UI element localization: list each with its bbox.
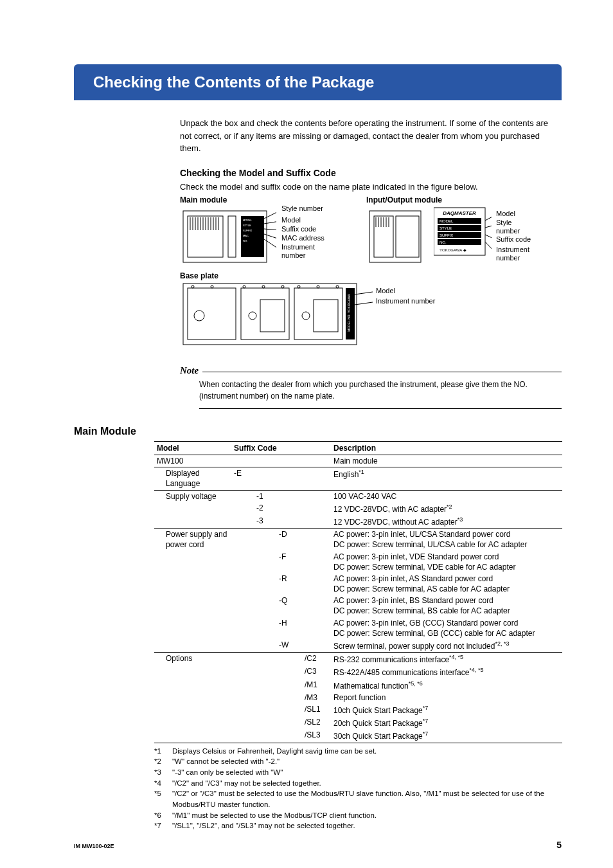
- cell: -R: [276, 573, 302, 595]
- cell: -Q: [276, 595, 302, 617]
- svg-rect-34: [396, 216, 419, 257]
- cell: /SL2: [302, 716, 331, 729]
- page-title: Checking the Contents of the Package: [74, 64, 562, 100]
- cell: 12 VDC-28VDC, without AC adapter*3: [331, 515, 562, 529]
- cell: 12 VDC-28VDC, with AC adapter*2: [331, 502, 562, 515]
- cell: /C3: [302, 665, 331, 678]
- fn-num: *1: [154, 746, 172, 757]
- cell: AC power: 3-pin inlet, VDE Standard powe…: [331, 551, 562, 573]
- cell: /SL1: [302, 703, 331, 716]
- doc-id: IM MW100-02E: [74, 843, 114, 849]
- fn-num: *2: [154, 756, 172, 767]
- svg-line-69: [355, 292, 373, 294]
- cell: 10ch Quick Start Package*7: [331, 703, 562, 716]
- cell: -H: [276, 617, 302, 639]
- cell: -2: [254, 502, 276, 515]
- svg-point-54: [249, 312, 256, 320]
- svg-line-46: [485, 215, 492, 221]
- cell: AC power: 3-pin inlet, BS Standard power…: [331, 595, 562, 617]
- io-nameplate-icon: DAQMASTER MODEL STYLE SUFFIX NO. YOKOGAW…: [434, 204, 492, 260]
- cell: -1: [254, 490, 276, 502]
- cell: /SL3: [302, 729, 331, 743]
- callout-mac: MAC address: [281, 234, 324, 242]
- th-model: Model: [154, 442, 231, 455]
- main-module-label: Main module: [180, 195, 227, 204]
- svg-text:MODEL  NO.  YOKOGAWA: MODEL NO. YOKOGAWA: [347, 294, 351, 332]
- cell: /M3: [302, 692, 331, 703]
- cell: 20ch Quick Start Package*7: [331, 716, 562, 729]
- svg-line-49: [485, 242, 492, 252]
- cell: /C2: [302, 653, 331, 666]
- nameplate-figure: Main module Input/Output module MODEL ST…: [180, 195, 562, 356]
- svg-text:STYLE: STYLE: [243, 224, 251, 227]
- svg-rect-26: [369, 211, 421, 262]
- cell: AC power: 3-pin inlet, AS Standard power…: [331, 573, 562, 595]
- fn-num: *6: [154, 810, 172, 821]
- svg-line-70: [355, 302, 373, 305]
- cell: AC power: 3-pin inlet, GB (CCC) Standard…: [331, 617, 562, 639]
- cell: Supply voltage: [154, 490, 231, 502]
- cell: Mathematical function*5, *6: [331, 679, 562, 692]
- cell: Displayed Language: [154, 467, 231, 490]
- cell: 100 VAC-240 VAC: [331, 490, 562, 502]
- cell: Report function: [331, 692, 562, 703]
- note-text: When contacting the dealer from which yo…: [199, 379, 562, 409]
- svg-text:DAQMASTER: DAQMASTER: [443, 210, 476, 216]
- svg-text:MODEL: MODEL: [440, 219, 454, 223]
- svg-line-21: [264, 211, 276, 219]
- subheading-text: Check the model and suffix code on the n…: [180, 181, 562, 194]
- svg-text:MAC: MAC: [243, 234, 249, 237]
- svg-line-24: [264, 234, 276, 239]
- svg-point-66: [336, 285, 339, 288]
- cell: English*1: [331, 467, 562, 490]
- cell: RS-232 communications interface*4, *5: [331, 653, 562, 666]
- fn-num: *5: [154, 788, 172, 809]
- io-callout-style: Style number: [496, 219, 535, 235]
- svg-point-62: [262, 285, 265, 288]
- cell: 30ch Quick Start Package*7: [331, 729, 562, 743]
- fn-text: "/C2" or "/C3" must be selected to use t…: [172, 788, 562, 809]
- subheading: Checking the Model and Suffix Code: [180, 168, 562, 178]
- base-callout-model: Model: [376, 287, 395, 295]
- svg-point-52: [194, 311, 204, 321]
- callout-model: Model: [281, 216, 301, 224]
- svg-point-63: [281, 285, 284, 288]
- svg-point-57: [302, 312, 310, 320]
- fn-text: "W" cannot be selected with "-2.": [172, 756, 280, 767]
- cell: -W: [276, 639, 302, 653]
- fn-text: "/C2" and "/C3" may not be selected toge…: [172, 778, 321, 789]
- note-rule-line: [202, 372, 562, 372]
- cell: RS-422A/485 communications interface*4, …: [331, 665, 562, 678]
- page-footer: IM MW100-02E 5: [74, 840, 562, 850]
- base-plate-label: Base plate: [180, 271, 218, 280]
- note-label: Note: [180, 365, 199, 376]
- svg-rect-58: [314, 300, 338, 332]
- note-heading: Note: [180, 365, 562, 376]
- fn-num: *7: [154, 820, 172, 831]
- cell: AC power: 3-pin inlet, UL/CSA Standard p…: [331, 529, 562, 551]
- svg-point-59: [191, 285, 194, 288]
- cell: Power supply and power cord: [154, 529, 231, 551]
- svg-line-47: [485, 225, 492, 228]
- cell: -3: [254, 515, 276, 529]
- cell: Options: [154, 653, 231, 666]
- svg-text:YOKOGAWA ◆: YOKOGAWA ◆: [440, 248, 466, 252]
- base-plate-icon: MODEL NO. YOKOGAWA: [180, 280, 373, 351]
- fn-text: "/M1" must be selected to use the Modbus…: [172, 810, 377, 821]
- io-callout-suffix: Suffix code: [496, 235, 531, 244]
- svg-line-23: [264, 229, 276, 230]
- io-callout-model: Model: [496, 210, 515, 218]
- cell: Screw terminal, power supply cord not in…: [331, 639, 562, 653]
- th-suffix: Suffix Code: [231, 442, 331, 455]
- io-module-label: Input/Output module: [366, 195, 442, 204]
- svg-rect-55: [260, 300, 285, 332]
- svg-text:STYLE: STYLE: [440, 226, 452, 230]
- io-callout-inst-no: Instrument number: [496, 246, 541, 262]
- base-callout-inst-no: Instrument number: [376, 297, 435, 305]
- svg-point-64: [298, 285, 300, 288]
- fn-text: "-3" can only be selected with "W": [172, 767, 283, 778]
- svg-text:NO.: NO.: [243, 239, 247, 242]
- cell: -E: [231, 467, 254, 490]
- cell: /M1: [302, 679, 331, 692]
- svg-text:SUFFIX: SUFFIX: [243, 229, 253, 232]
